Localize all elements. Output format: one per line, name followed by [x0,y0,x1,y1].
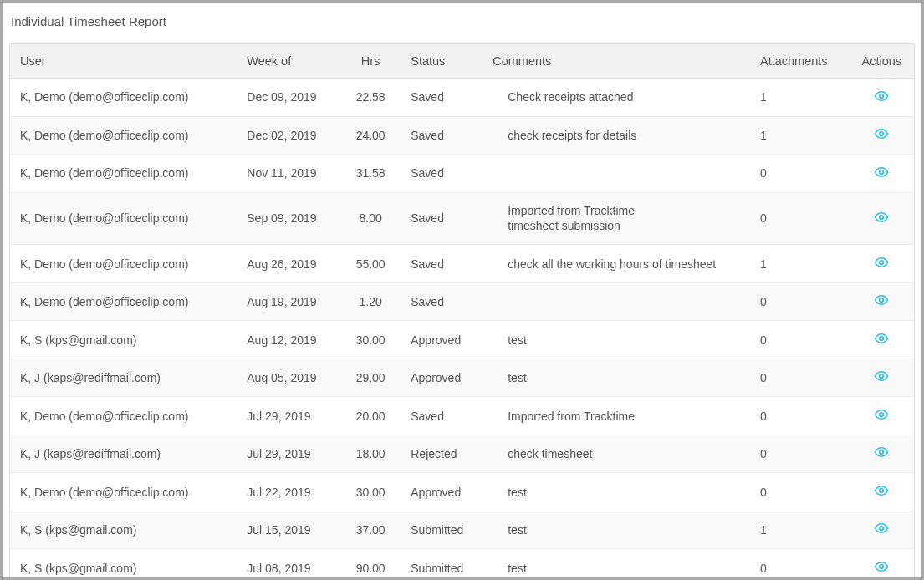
eye-icon [874,521,889,538]
cell-user: K, Demo (demo@officeclip.com) [10,192,237,245]
eye-icon [874,559,889,577]
cell-user: K, Demo (demo@officeclip.com) [10,79,237,117]
page-title: Individual Timesheet Report [9,8,915,43]
svg-point-11 [880,527,884,531]
table-row: K, J (kaps@rediffmail.com)Aug 05, 201929… [10,359,914,397]
cell-week: Dec 02, 2019 [237,116,340,155]
timesheet-table: User Week of Hrs Status Comments Attachm… [10,44,914,580]
view-button[interactable] [871,331,891,348]
cell-hrs: 22.58 [340,79,401,117]
cell-actions [850,282,914,321]
table-row: K, Demo (demo@officeclip.com)Dec 09, 201… [10,79,914,117]
table-row: K, S (kps@gmail.com)Jul 08, 201990.00Sub… [10,549,914,580]
svg-point-7 [880,374,884,379]
cell-actions [850,397,914,435]
svg-point-4 [880,261,884,265]
view-button[interactable] [871,445,891,462]
cell-week: Dec 09, 2019 [237,79,340,117]
cell-comments [482,282,750,321]
view-button[interactable] [871,407,891,424]
table-row: K, Demo (demo@officeclip.com)Jul 29, 201… [10,397,914,435]
col-header-comments: Comments [482,44,750,79]
view-button[interactable] [871,293,891,310]
cell-status: Approved [401,359,482,397]
cell-week: Aug 12, 2019 [237,321,340,359]
view-button[interactable] [871,369,891,386]
eye-icon [874,483,889,501]
view-button[interactable] [871,255,891,272]
svg-point-12 [880,565,884,569]
cell-user: K, Demo (demo@officeclip.com) [10,245,237,283]
col-header-user: User [10,44,237,79]
cell-attachments: 0 [750,549,850,580]
table-row: K, Demo (demo@officeclip.com)Jul 22, 201… [10,473,914,511]
cell-attachments: 1 [750,511,850,549]
cell-comments: test [482,359,750,397]
view-button[interactable] [871,127,891,144]
cell-attachments: 0 [750,192,850,245]
eye-icon [874,331,889,349]
cell-status: Saved [401,116,482,155]
svg-point-8 [880,413,884,417]
cell-status: Saved [401,79,482,117]
cell-hrs: 30.00 [340,473,401,511]
cell-user: K, Demo (demo@officeclip.com) [10,473,237,511]
col-header-hrs: Hrs [340,44,401,79]
cell-attachments: 1 [750,79,850,117]
cell-week: Aug 26, 2019 [237,245,340,283]
cell-actions [850,359,914,397]
cell-actions [850,155,914,193]
cell-attachments: 1 [750,116,850,155]
cell-week: Jul 22, 2019 [237,473,340,511]
cell-comments: Check receipts attached [482,79,750,117]
view-button[interactable] [871,559,891,576]
timesheet-table-container: User Week of Hrs Status Comments Attachm… [9,43,915,580]
cell-status: Submitted [401,549,482,580]
eye-icon [874,369,889,386]
cell-week: Sep 09, 2019 [237,192,340,245]
svg-point-2 [880,170,884,174]
table-row: K, Demo (demo@officeclip.com)Aug 26, 201… [10,245,914,283]
eye-icon [874,89,889,106]
cell-status: Rejected [401,435,482,473]
svg-point-9 [880,450,884,455]
cell-actions [850,511,914,549]
col-header-actions: Actions [850,44,914,79]
view-button[interactable] [871,165,891,181]
cell-actions [850,473,914,511]
cell-actions [850,245,914,283]
cell-hrs: 1.20 [340,282,401,321]
cell-user: K, Demo (demo@officeclip.com) [10,397,237,435]
view-button[interactable] [871,89,891,105]
cell-attachments: 1 [750,245,850,283]
cell-hrs: 30.00 [340,321,401,359]
svg-point-6 [880,337,884,341]
cell-status: Submitted [401,511,482,549]
cell-comments: check all the working hours of timesheet [482,245,750,283]
cell-status: Approved [401,321,482,359]
cell-hrs: 24.00 [340,116,401,155]
cell-hrs: 20.00 [340,397,401,435]
cell-comments: test [482,321,750,359]
cell-user: K, Demo (demo@officeclip.com) [10,155,237,193]
view-button[interactable] [871,483,891,500]
cell-hrs: 55.00 [340,245,401,283]
svg-point-0 [880,94,884,98]
cell-comments: test [482,473,750,511]
cell-status: Saved [401,192,482,245]
cell-attachments: 0 [750,359,850,397]
cell-status: Saved [401,245,482,283]
cell-status: Saved [401,155,482,193]
cell-user: K, Demo (demo@officeclip.com) [10,282,237,321]
view-button[interactable] [871,521,891,538]
col-header-status: Status [401,44,482,79]
svg-point-10 [880,489,884,493]
cell-week: Jul 08, 2019 [237,549,340,580]
view-button[interactable] [871,210,891,226]
eye-icon [874,407,889,425]
cell-status: Approved [401,473,482,511]
cell-actions [850,79,914,117]
table-row: K, S (kps@gmail.com)Jul 15, 201937.00Sub… [10,511,914,549]
cell-week: Jul 29, 2019 [237,435,340,473]
cell-actions [850,435,914,473]
